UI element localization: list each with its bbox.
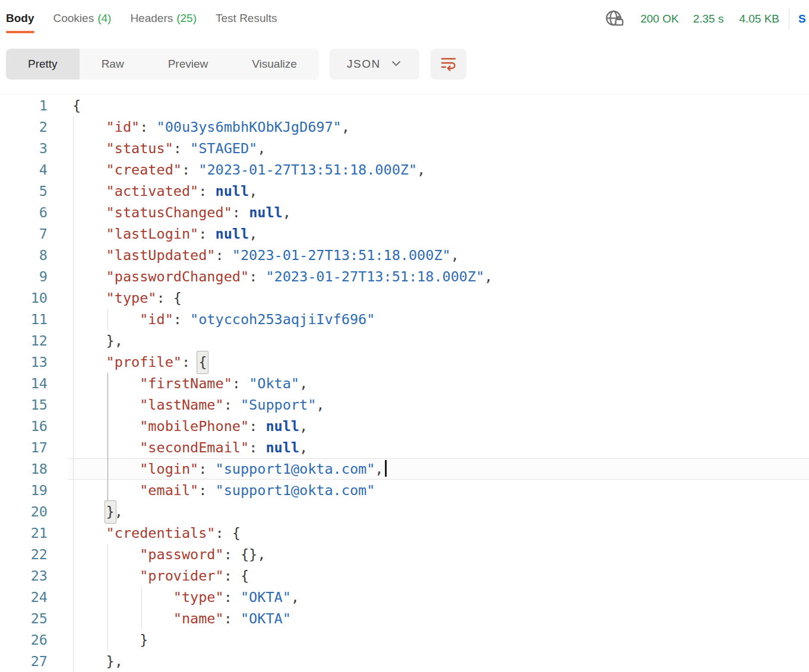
code-line[interactable]: 18 "login": "support1@okta.com", [0, 458, 809, 480]
token-pun: , [115, 653, 123, 670]
line-number: 20 [0, 501, 48, 522]
view-raw-button[interactable]: Raw [80, 49, 146, 80]
code-line[interactable]: 5 "activated": null, [0, 180, 809, 202]
line-number: 25 [0, 608, 48, 629]
response-size[interactable]: 4.05 KB [739, 12, 779, 26]
code-line[interactable]: 25 "name": "OKTA" [0, 608, 809, 629]
token-pun: : [182, 354, 198, 370]
token-nul: null [266, 439, 299, 456]
token-ws [72, 183, 106, 199]
code-line[interactable]: 2 "id": "00u3ys6mbhKObKJgD697", [0, 116, 809, 138]
token-key: "type" [106, 290, 157, 306]
token-pun: : [232, 375, 249, 392]
token-pun: } [106, 332, 115, 349]
code-line[interactable]: 14 "firstName": "Okta", [0, 373, 809, 394]
code-line[interactable]: 8 "lastUpdated": "2023-01-27T13:51:18.00… [0, 245, 809, 266]
view-preview-button[interactable]: Preview [146, 49, 230, 80]
token-str: "STAGED" [190, 140, 257, 157]
token-pun: { [173, 290, 182, 306]
token-key: "mobilePhone" [140, 418, 249, 435]
token-nul: null [249, 204, 283, 221]
line-number: 12 [0, 330, 48, 351]
code-line[interactable]: 15 "lastName": "Support", [0, 394, 809, 416]
token-pun: , [257, 140, 266, 157]
view-visualize-button[interactable]: Visualize [230, 49, 319, 80]
response-time[interactable]: 2.35 s [693, 12, 724, 26]
code-line-inner: 16 "mobilePhone": null, [0, 418, 308, 435]
code-line-inner: 22 "password": {}, [0, 546, 266, 563]
code-line[interactable]: 3 "status": "STAGED", [0, 138, 809, 159]
line-number: 1 [0, 95, 48, 116]
token-ws [72, 482, 140, 499]
save-response-button[interactable]: S [798, 12, 809, 26]
line-number: 14 [0, 373, 48, 394]
code-line[interactable]: 17 "secondEmail": null, [0, 437, 809, 458]
code-line-inner: 13 "profile": { [0, 354, 207, 370]
code-line[interactable]: 13 "profile": { [0, 351, 809, 373]
code-line[interactable]: 24 "type": "OKTA", [0, 587, 809, 608]
token-ws [72, 632, 140, 648]
status-badge[interactable]: 200 OK [640, 12, 678, 26]
code-line[interactable]: 7 "lastLogin": null, [0, 223, 809, 245]
token-pun: : [224, 397, 241, 413]
line-number: 27 [0, 651, 48, 672]
code-line[interactable]: 23 "provider": { [0, 565, 809, 587]
token-key: "name" [173, 610, 224, 627]
code-text: { [48, 97, 81, 114]
code-line[interactable]: 26 } [0, 629, 809, 651]
active-tab-indicator [6, 31, 34, 33]
token-ws [72, 268, 106, 285]
tab-cookies[interactable]: Cookies (4) [53, 0, 112, 37]
token-ws [72, 226, 106, 242]
code-line-inner: 9 "passwordChanged": "2023-01-27T13:51:1… [0, 268, 492, 285]
token-ws [72, 439, 140, 456]
tab-headers[interactable]: Headers (25) [130, 0, 197, 37]
wrap-lines-button[interactable] [431, 49, 466, 80]
code-line[interactable]: 12 }, [0, 330, 809, 351]
token-ws [72, 546, 140, 563]
code-line[interactable]: 16 "mobilePhone": null, [0, 416, 809, 437]
code-line[interactable]: 1{ [0, 95, 809, 116]
view-pretty-button[interactable]: Pretty [6, 49, 80, 80]
chevron-down-icon [390, 58, 402, 71]
code-text: "lastName": "Support", [48, 397, 324, 413]
code-line-inner: 24 "type": "OKTA", [0, 589, 299, 606]
language-dropdown-label: JSON [347, 58, 381, 71]
token-key: "secondEmail" [140, 439, 249, 456]
token-pun: { [72, 97, 81, 114]
code-line[interactable]: 9 "passwordChanged": "2023-01-27T13:51:1… [0, 266, 809, 287]
code-line[interactable]: 19 "email": "support1@okta.com" [0, 480, 809, 501]
token-str: "2023-01-27T13:51:18.000Z" [266, 268, 484, 285]
token-pun: , [417, 161, 425, 178]
line-number: 7 [0, 223, 48, 245]
globe-lock-icon[interactable] [605, 9, 625, 29]
code-text: "credentials": { [48, 525, 241, 541]
token-pun: , [115, 332, 123, 349]
token-str: "OKTA" [241, 610, 291, 627]
code-line[interactable]: 20 }, [0, 501, 809, 522]
tab-test-results[interactable]: Test Results [216, 0, 277, 37]
language-dropdown[interactable]: JSON [330, 49, 419, 80]
code-lines[interactable]: 1{2 "id": "00u3ys6mbhKObKJgD697",3 "stat… [0, 95, 809, 672]
code-text: "mobilePhone": null, [48, 418, 308, 435]
token-pun: : [224, 568, 241, 584]
response-header: Body Cookies (4) Headers (25) Test Resul… [0, 0, 809, 42]
code-line[interactable]: 11 "id": "otyccoh253aqjiIvf696" [0, 309, 809, 330]
line-number: 3 [0, 138, 48, 159]
code-line[interactable]: 6 "statusChanged": null, [0, 202, 809, 223]
token-pun: : [173, 311, 190, 328]
token-key: "profile" [106, 354, 182, 370]
code-line-inner: 2 "id": "00u3ys6mbhKObKJgD697", [0, 119, 350, 135]
tab-body[interactable]: Body [6, 0, 34, 37]
code-line[interactable]: 21 "credentials": { [0, 522, 809, 544]
code-line[interactable]: 27 }, [0, 651, 809, 672]
code-line-inner: 5 "activated": null, [0, 183, 257, 199]
cookies-count-badge: (4) [97, 12, 111, 25]
token-pun: {} [241, 546, 257, 563]
code-line[interactable]: 10 "type": { [0, 287, 809, 309]
token-pun: : [182, 161, 198, 178]
code-line[interactable]: 22 "password": {}, [0, 544, 809, 565]
line-number: 24 [0, 587, 48, 608]
code-line[interactable]: 4 "created": "2023-01-27T13:51:18.000Z", [0, 159, 809, 180]
line-number: 8 [0, 245, 48, 266]
